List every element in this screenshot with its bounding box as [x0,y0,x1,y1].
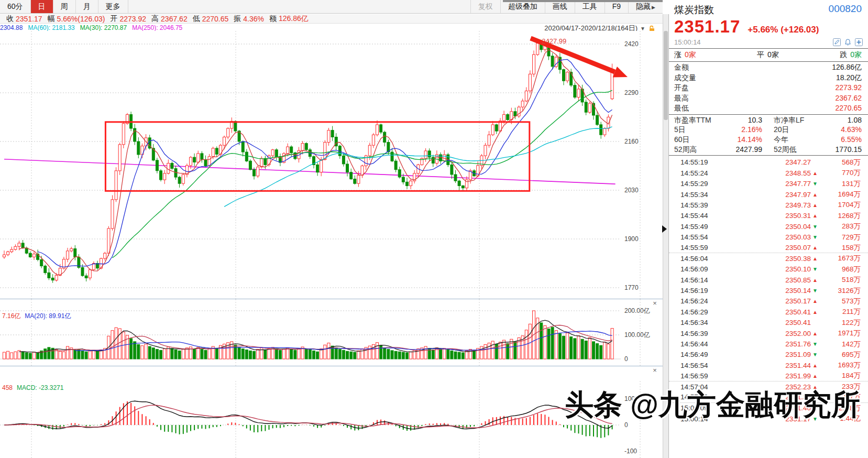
tick-volume: 518万 [820,275,861,285]
stat-value: 4.36% [243,15,264,23]
svg-text:2420: 2420 [624,40,639,48]
chevron-down-icon[interactable]: ▼ [640,26,645,31]
quote-stat-rows: 金额126.86亿成交量18.20亿开盘2273.92最高2367.62最低22… [669,62,868,115]
tick-row[interactable]: 14:55:592350.07▲158万 [669,243,868,253]
stat-label: 额 [269,14,277,24]
stat-value: 2273.92 [119,15,146,23]
tick-row[interactable]: 14:56:092350.10▼968万 [669,264,868,275]
price-change: +5.66% (+126.03) [748,25,819,35]
tick-row[interactable]: 14:56:192350.14▼3126万 [669,285,868,296]
tick-row[interactable]: 14:56:492351.09▼695万 [669,350,868,360]
tick-volume: 1694万 [820,190,861,199]
volume-pane[interactable]: 7.16亿MA(20): 89.91亿 × 200.00亿100.00亿0 [0,299,663,366]
add-plus-icon[interactable] [855,38,863,46]
tick-volume: 3126万 [820,286,861,296]
tick-row[interactable]: 14:55:542350.03▼729万 [669,232,868,242]
tick-row[interactable]: 14:55:292347.77▼131万 [669,178,868,189]
tick-row[interactable]: 14:56:142350.85▲518万 [669,275,868,285]
svg-text:200.00亿: 200.00亿 [624,307,650,314]
window-edge-strip [503,0,663,2]
tick-time: 14:56:59 [680,372,731,380]
tab-60分[interactable]: 60分 [0,0,31,13]
main-candlestick-pane[interactable]: 2420229021602030190017702427.99 [0,31,663,299]
tab-月[interactable]: 月 [76,0,98,13]
tick-price: 2350.38 [731,255,811,263]
grid-cell-52周低: 52周低1770.15 [768,145,868,155]
tick-row[interactable]: 14:56:592351.99▲184万 [669,371,868,381]
tab-日[interactable]: 日 [31,0,53,13]
tick-up-arrow-icon: ▲ [812,363,820,368]
tick-row[interactable]: 14:55:242348.55▲770万 [669,168,868,178]
tick-row[interactable]: 14:56:442351.76▼142万 [669,339,868,349]
tick-row[interactable]: 14:55:342347.97▲1694万 [669,189,868,200]
stat-label: 开 [110,14,117,24]
tick-volume: 968万 [820,265,861,274]
grid-cell-52周高: 52周高2427.99 [669,145,768,155]
edit-pencil-icon[interactable] [833,38,841,46]
candlestick-chart[interactable]: 2420229021602030190017702427.99 [0,31,663,299]
tick-row[interactable]: 14:56:542351.44▲1693万 [669,360,868,370]
alert-bell-icon[interactable] [844,38,852,46]
volume-chart[interactable]: 200.00亿100.00亿0 [0,299,663,366]
tab-周[interactable]: 周 [53,0,76,13]
grid-row: 市盈率TTM10.3市净率LF1.08 [669,115,868,125]
tick-trade-list[interactable]: 14:55:192347.27568万14:55:242348.55▲770万1… [669,156,868,424]
tick-volume: 770万 [820,168,861,178]
tick-row[interactable]: 14:55:492350.04▼283万 [669,221,868,232]
tick-row[interactable]: 14:56:392352.00▲1971万 [669,328,868,339]
performance-grid: 市盈率TTM10.3市净率LF1.085日2.16%20日4.63%60日14.… [669,115,868,156]
tick-row[interactable]: 14:55:442350.31▲1268万 [669,211,868,221]
macd-chart[interactable]: 1000-100 [0,366,663,458]
tick-price: 2350.85 [731,276,811,284]
tick-up-arrow-icon: ▲ [812,256,820,261]
stat-label: 振 [234,14,241,24]
tick-up-arrow-icon: ▲ [812,170,820,176]
tick-row[interactable]: 14:56:242350.17▲573万 [669,296,868,307]
svg-text:0: 0 [624,355,628,363]
tick-up-arrow-icon: ▲ [812,331,820,336]
tick-time: 14:56:44 [680,340,731,348]
close-macd-pane-icon[interactable]: × [651,367,658,374]
stat-label: 高 [151,14,159,24]
tick-volume: 1268万 [820,211,861,221]
tick-time: 14:56:19 [680,287,731,295]
tick-price: 2350.41 [731,319,811,326]
stock-name: 煤炭指数 [674,3,714,17]
close-volume-pane-icon[interactable]: × [651,300,658,307]
ohlc-stats-bar: 收2351.17幅5.66%(126.03)开2273.92高2367.62低2… [0,14,663,24]
tick-down-arrow-icon: ▼ [812,266,820,272]
svg-text:2427.99: 2427.99 [542,37,566,45]
toolbar-button-复权[interactable]: 复权 [470,0,500,13]
tick-price: 2348.55 [731,169,811,177]
breadth-item: 平0家 [757,50,779,60]
grid-row: 52周高2427.9952周低1770.15 [669,145,868,155]
tick-price: 2350.03 [731,233,811,241]
tab-更多[interactable]: 更多 [98,0,128,13]
last-price: 2351.17 [674,17,740,37]
scrollbar-thumb[interactable] [664,31,668,120]
macd-header-value: 458 [2,384,13,391]
ma-indicator-bar: 2304.88MA(60): 2181.33MA(30): 2270.87MA(… [0,24,663,31]
tick-row[interactable]: 14:56:292350.41▲211万 [669,307,868,317]
tick-row[interactable]: 14:56:342350.41122万 [669,318,868,328]
quote-row-金额: 金额126.86亿 [669,62,868,73]
tick-price: 2350.10 [731,265,811,273]
tick-volume: 131万 [820,179,861,189]
quote-row-最低: 最低2270.65 [669,103,868,114]
breadth-item: 涨0家 [674,50,696,60]
tick-row[interactable]: 14:55:392349.73▲1704万 [669,200,868,210]
grid-cell-20日: 20日4.63% [768,125,868,135]
tick-time: 14:55:24 [680,169,731,177]
tick-price: 2350.17 [731,297,811,305]
tick-row[interactable]: 14:55:192347.27568万 [669,157,868,168]
macd-pane[interactable]: 458MACD: -23.3271 × 1000-100 [0,366,663,458]
tick-volume: 729万 [820,233,861,242]
tick-price: 2350.31 [731,212,811,220]
tick-up-arrow-icon: ▲ [812,245,820,250]
tick-row[interactable]: 14:56:042350.38▲1673万 [669,253,868,264]
collapse-panel-arrow[interactable] [662,225,667,233]
tick-up-arrow-icon: ▲ [812,373,820,379]
tick-down-arrow-icon: ▼ [812,352,820,357]
tick-up-arrow-icon: ▲ [812,309,820,315]
tick-down-arrow-icon: ▼ [812,288,820,293]
